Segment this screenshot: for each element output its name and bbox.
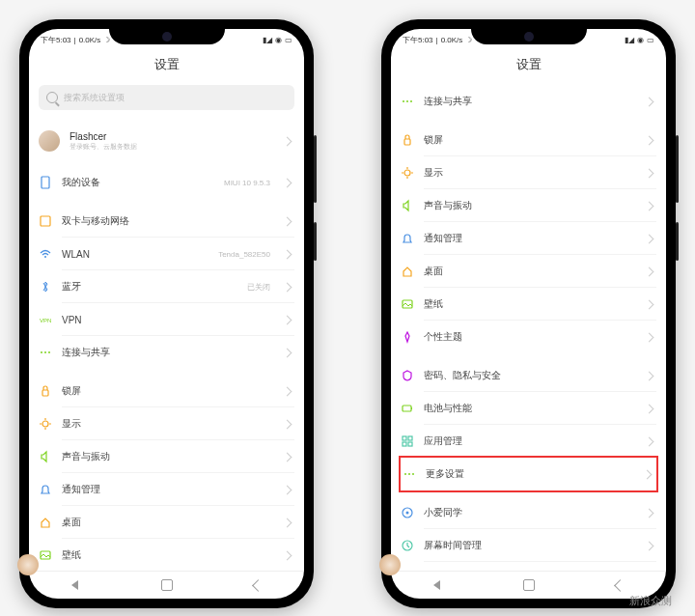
chevron-right-icon <box>645 404 654 413</box>
setting-display[interactable]: 显示 <box>39 407 294 440</box>
nav-back-button[interactable] <box>244 581 273 590</box>
svg-rect-20 <box>403 442 406 446</box>
chevron-right-icon <box>645 168 654 178</box>
chevron-right-icon <box>283 282 292 292</box>
setting-more-set[interactable]: 更多设置 <box>399 456 658 492</box>
account-row[interactable]: Flashcer登录账号、云服务数据 <box>39 122 294 160</box>
decoration-badge <box>379 554 401 575</box>
lock-icon <box>401 133 414 147</box>
setting-wall[interactable]: 壁纸 <box>39 539 294 571</box>
nav-menu-button[interactable] <box>61 580 90 590</box>
chevron-right-icon <box>283 550 292 560</box>
bt-icon <box>39 280 52 294</box>
chevron-right-icon <box>645 266 654 276</box>
phone-right: 下午5:03|0.0K/s☽ ▮◢◉▭ 设置 连接与共享 锁屏显示声音与振动通知… <box>381 19 676 608</box>
vpn-icon: VPN <box>39 313 52 326</box>
setting-theme[interactable]: 个性主题 <box>401 321 656 353</box>
nav-back-button[interactable] <box>606 581 635 590</box>
setting-more-conn[interactable]: 连接与共享 <box>401 85 656 118</box>
search-icon <box>46 92 58 103</box>
svg-rect-7 <box>42 390 48 396</box>
theme-icon <box>401 330 414 344</box>
setting-notif[interactable]: 通知管理 <box>401 222 656 255</box>
svg-point-6 <box>48 351 50 353</box>
chevron-right-icon <box>645 234 654 243</box>
svg-text:VPN: VPN <box>40 318 51 323</box>
setting-screen-time[interactable]: 屏幕时间管理 <box>401 529 656 562</box>
setting-home[interactable]: 桌面 <box>401 255 656 288</box>
setting-lock[interactable]: 锁屏 <box>401 124 656 156</box>
nav-bar <box>29 571 304 599</box>
chevron-right-icon <box>645 371 654 380</box>
screen-time-icon <box>401 539 414 552</box>
setting-sound[interactable]: 声音与振动 <box>39 440 294 473</box>
wall-icon <box>39 548 52 562</box>
chevron-right-icon <box>645 332 654 342</box>
power-button <box>314 222 317 261</box>
wifi-icon: ◉ <box>637 36 644 44</box>
display-icon <box>39 417 52 431</box>
more-conn-icon <box>39 346 52 359</box>
wifi-icon: ◉ <box>275 36 282 44</box>
chevron-right-icon <box>283 216 292 226</box>
nav-home-button[interactable] <box>153 579 181 591</box>
nav-menu-button[interactable] <box>423 580 452 590</box>
sound-icon <box>401 199 414 212</box>
setting-wlan[interactable]: WLANTenda_582E50 <box>39 238 294 270</box>
battery-icon: ▭ <box>647 36 654 44</box>
setting-apps[interactable]: 应用管理 <box>401 425 656 458</box>
setting-wall[interactable]: 壁纸 <box>401 288 656 321</box>
svg-point-11 <box>406 100 408 102</box>
sim-icon <box>39 214 52 228</box>
watermark: 新浪众测 <box>629 594 672 608</box>
signal-icon: ▮◢ <box>625 36 634 44</box>
volume-button <box>676 135 679 203</box>
setting-lock[interactable]: 锁屏 <box>39 375 294 407</box>
chevron-right-icon <box>283 419 292 429</box>
svg-point-5 <box>44 351 46 353</box>
display-icon <box>401 166 414 180</box>
setting-bt[interactable]: 蓝牙已关闭 <box>39 270 294 303</box>
xiaoai-icon <box>401 506 414 519</box>
setting-special[interactable]: 特色功能 <box>401 562 656 571</box>
svg-rect-18 <box>403 436 406 440</box>
setting-notif[interactable]: 通知管理 <box>39 473 294 506</box>
status-bar: 下午5:03|0.0K/s☽ ▮◢◉▭ <box>29 29 304 50</box>
settings-list-right[interactable]: 连接与共享 锁屏显示声音与振动通知管理桌面壁纸个性主题 密码、隐私与安全电池与性… <box>391 79 666 571</box>
svg-point-22 <box>404 473 406 475</box>
chevron-right-icon <box>283 518 292 527</box>
setting-home[interactable]: 桌面 <box>39 506 294 539</box>
svg-point-2 <box>44 256 46 258</box>
setting-display[interactable]: 显示 <box>401 156 656 189</box>
setting-sound[interactable]: 声音与振动 <box>401 189 656 222</box>
svg-rect-0 <box>42 177 49 188</box>
setting-battery[interactable]: 电池与性能 <box>401 392 656 425</box>
chevron-right-icon <box>283 249 292 259</box>
phone-left: 下午5:03|0.0K/s☽ ▮◢◉▭ 设置 搜索系统设置项 Flashcer登… <box>19 19 314 608</box>
chevron-right-icon <box>283 452 292 462</box>
chevron-right-icon <box>283 485 292 494</box>
setting-sim[interactable]: 双卡与移动网络 <box>39 205 294 238</box>
notif-icon <box>401 232 414 245</box>
svg-point-12 <box>410 100 412 102</box>
setting-more-conn[interactable]: 连接与共享 <box>39 336 294 369</box>
chevron-right-icon <box>645 201 654 210</box>
setting-device[interactable]: 我的设备MIUI 10 9.5.3 <box>39 166 294 199</box>
chevron-right-icon <box>645 508 654 518</box>
nav-home-button[interactable] <box>514 579 543 591</box>
svg-rect-1 <box>41 216 50 226</box>
search-input[interactable]: 搜索系统设置项 <box>39 85 294 110</box>
wlan-icon <box>39 247 52 261</box>
setting-security[interactable]: 密码、隐私与安全 <box>401 359 656 392</box>
page-title: 设置 <box>29 50 304 79</box>
more-set-icon <box>403 467 416 481</box>
settings-list-left[interactable]: Flashcer登录账号、云服务数据 我的设备MIUI 10 9.5.3 双卡与… <box>29 116 304 571</box>
svg-rect-16 <box>403 406 411 411</box>
setting-vpn[interactable]: VPNVPN <box>39 303 294 336</box>
notif-icon <box>39 483 52 496</box>
chevron-right-icon <box>643 469 653 479</box>
sound-icon <box>39 450 52 463</box>
chevron-right-icon <box>283 315 292 324</box>
setting-xiaoai[interactable]: 小爱同学 <box>401 496 656 529</box>
svg-point-4 <box>41 351 42 353</box>
